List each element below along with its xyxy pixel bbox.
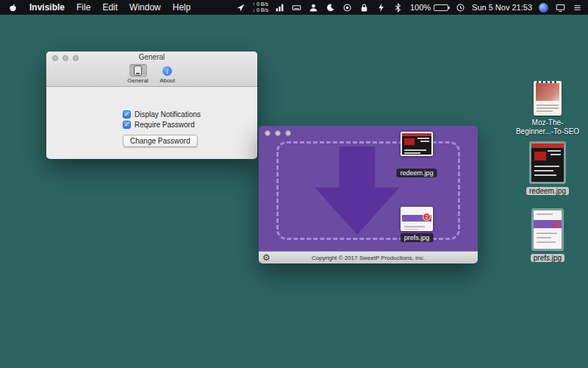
prefs-header: General General i About (46, 52, 257, 87)
apple-menu-icon[interactable] (7, 2, 18, 13)
zoom-button[interactable] (285, 130, 291, 136)
desktop-icon-redeem[interactable]: redeem.jpg (514, 141, 581, 195)
bolt-icon[interactable] (376, 2, 387, 13)
close-button[interactable] (52, 55, 58, 61)
require-password-row: ✓ Require Password (123, 121, 257, 129)
display-notifications-checkbox[interactable]: ✓ (123, 110, 131, 118)
status-bar: ⚙ Copyright © 2017 SweetP Productions, I… (259, 251, 478, 263)
image-thumbnail (531, 144, 564, 182)
download-arrow-icon: ↓ (253, 7, 256, 13)
file-thumbnail-redeem[interactable] (401, 132, 433, 156)
desktop-icon-prefs[interactable]: prefs.jpg (514, 208, 581, 262)
general-tab-icon (134, 66, 142, 76)
count-badge: 2 (423, 213, 431, 221)
selection-frame (529, 141, 566, 184)
keyboard-icon[interactable] (292, 2, 302, 13)
display-notifications-label: Display Notifications (135, 110, 201, 118)
require-password-label: Require Password (135, 121, 195, 129)
minimize-button[interactable] (62, 55, 68, 61)
download-speed: 0 B/s (257, 7, 268, 13)
time-machine-icon[interactable] (455, 2, 465, 13)
clock-datetime[interactable]: Sun 5 Nov 21:53 (472, 3, 532, 12)
file-label: prefs.jpg (401, 233, 434, 242)
close-button[interactable] (265, 130, 270, 136)
display-icon[interactable] (555, 2, 565, 13)
about-tab-label: About (159, 77, 175, 84)
menu-edit[interactable]: Edit (102, 2, 118, 13)
file-label: redeem.jpg (396, 169, 437, 177)
menubar: Invisible File Edit Window Help ↑ 0 B/s … (0, 0, 588, 15)
desktop-icon-moz-pdf[interactable]: Moz-The-Beginner...-To-SEO (514, 81, 581, 136)
prefs-content: ✓ Display Notifications ✓ Require Passwo… (46, 87, 257, 147)
file-thumbnail-prefs[interactable]: 2 (401, 207, 433, 231)
change-password-button[interactable]: Change Password (123, 135, 198, 147)
menu-file[interactable]: File (76, 2, 90, 13)
user-icon[interactable] (309, 2, 319, 13)
tab-about[interactable]: i About (159, 64, 176, 84)
battery-icon (434, 4, 448, 11)
image-thumbnail (534, 210, 562, 249)
menu-window[interactable]: Window (129, 2, 161, 13)
preferences-window: General General i About ✓ Display Notifi… (46, 52, 257, 159)
lock-icon[interactable] (359, 2, 370, 13)
upload-speed: 0 B/s (257, 1, 268, 7)
file-name-label: prefs.jpg (531, 254, 564, 262)
prefs-toolbar: General i About (46, 63, 257, 86)
invisible-app-icon[interactable] (343, 2, 353, 13)
bluetooth-icon[interactable] (393, 2, 404, 13)
info-icon: i (162, 66, 172, 76)
drop-window: redeem.jpg 2 prefs.jpg ⚙ Copyright © 201… (259, 126, 478, 263)
menu-help[interactable]: Help (173, 2, 191, 13)
activity-meter-icon[interactable] (275, 2, 285, 13)
zoom-button[interactable] (73, 55, 79, 61)
minimize-button[interactable] (275, 130, 281, 136)
traffic-lights (52, 55, 79, 61)
siri-icon[interactable] (539, 3, 548, 13)
display-notifications-row: ✓ Display Notifications (123, 110, 257, 118)
file-name-label: Moz-The-Beginner...-To-SEO (514, 118, 581, 136)
battery-percentage: 100% (410, 3, 431, 12)
general-tab-label: General (127, 77, 148, 84)
traffic-lights (265, 130, 291, 136)
tab-general[interactable]: General (127, 64, 148, 84)
location-icon[interactable] (236, 2, 246, 13)
download-arrow-icon (311, 146, 404, 235)
battery-indicator[interactable]: 100% (410, 3, 448, 12)
selection-frame (531, 208, 564, 251)
network-speed-indicator[interactable]: ↑ 0 B/s ↓ 0 B/s (253, 1, 268, 13)
gear-icon[interactable]: ⚙ (262, 252, 270, 263)
copyright-text: Copyright © 2017 SweetP Productions, Inc… (312, 255, 425, 261)
menu-app-name[interactable]: Invisible (29, 2, 65, 13)
moon-icon[interactable] (326, 2, 336, 13)
notification-center-icon[interactable] (572, 2, 582, 13)
upload-arrow-icon: ↑ (253, 1, 256, 7)
require-password-checkbox[interactable]: ✓ (123, 121, 131, 129)
pdf-thumbnail (534, 81, 562, 116)
file-name-label: redeem.jpg (526, 187, 569, 195)
